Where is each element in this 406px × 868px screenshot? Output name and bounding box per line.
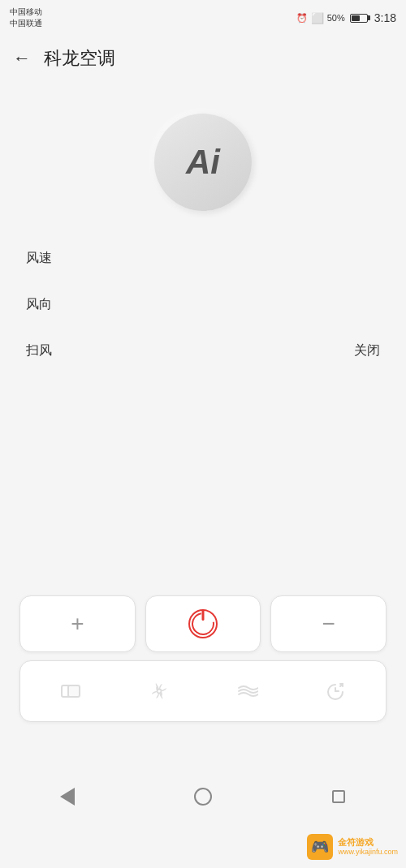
sweep-icon (235, 680, 258, 703)
status-right: ⏰ ⬜ 50% 3:18 (296, 11, 396, 24)
timer-icon (324, 680, 347, 703)
fan-button[interactable] (115, 671, 204, 711)
recent-icon (330, 788, 348, 806)
battery-percent: 50% (327, 13, 345, 23)
power-inner-arc (188, 608, 219, 640)
ai-display: Ai (19, 97, 387, 227)
header: ← 科龙空调 (0, 36, 406, 81)
power-circle-icon (188, 609, 218, 638)
nav-bar (0, 774, 406, 819)
watermark-logo: 🎮 (307, 834, 333, 860)
power-button[interactable] (145, 595, 261, 652)
saofeng-value: 关闭 (354, 342, 380, 359)
ai-circle: Ai (154, 114, 252, 211)
top-controls: + − (19, 595, 387, 652)
multi-window-icon: ⬜ (311, 12, 324, 24)
home-circle-icon (194, 788, 212, 806)
watermark-url: www.yikajinfu.com (338, 848, 398, 857)
battery-icon (350, 14, 368, 23)
status-bar: 中国移动 中国联通 ⏰ ⬜ 50% 3:18 (0, 0, 406, 36)
controls-area: + − (0, 595, 406, 722)
mode-button[interactable] (27, 671, 115, 711)
fan-icon (148, 680, 171, 703)
plus-icon: + (71, 611, 84, 637)
refresh-button[interactable] (292, 671, 380, 711)
svg-rect-1 (68, 685, 80, 697)
fengxiang-label: 风向 (26, 296, 52, 313)
mode-icon (59, 680, 82, 703)
page-title: 科龙空调 (44, 46, 115, 71)
setting-row-saofeng[interactable]: 扫风 关闭 (26, 328, 380, 374)
setting-row-fengxiang[interactable]: 风向 (26, 281, 380, 328)
sweep-button[interactable] (203, 671, 292, 711)
plus-button[interactable]: + (19, 595, 136, 652)
bottom-controls (19, 660, 387, 722)
nav-back-button[interactable] (47, 782, 88, 811)
watermark-brand: 金符游戏 (338, 836, 398, 848)
back-button[interactable]: ← (13, 48, 31, 69)
carrier-info: 中国移动 中国联通 (10, 6, 42, 29)
settings-section: 风速 风向 扫风 关闭 (19, 235, 387, 374)
carrier1: 中国移动 (10, 6, 42, 18)
minus-icon: − (322, 611, 335, 637)
ai-label: Ai (186, 143, 220, 182)
watermark: 🎮 金符游戏 www.yikajinfu.com (307, 834, 398, 860)
watermark-text: 金符游戏 www.yikajinfu.com (338, 836, 398, 857)
alarm-icon: ⏰ (296, 13, 308, 24)
carrier2: 中国联通 (10, 18, 42, 29)
setting-row-fengsu[interactable]: 风速 (26, 235, 380, 281)
back-triangle-icon (60, 788, 75, 806)
main-content: Ai 风速 风向 扫风 关闭 (0, 81, 406, 374)
saofeng-label: 扫风 (26, 342, 52, 359)
nav-recent-button[interactable] (318, 782, 359, 811)
fengsu-label: 风速 (26, 250, 52, 267)
minus-button[interactable]: − (270, 595, 387, 652)
nav-home-button[interactable] (183, 782, 223, 811)
time-display: 3:18 (374, 11, 396, 24)
